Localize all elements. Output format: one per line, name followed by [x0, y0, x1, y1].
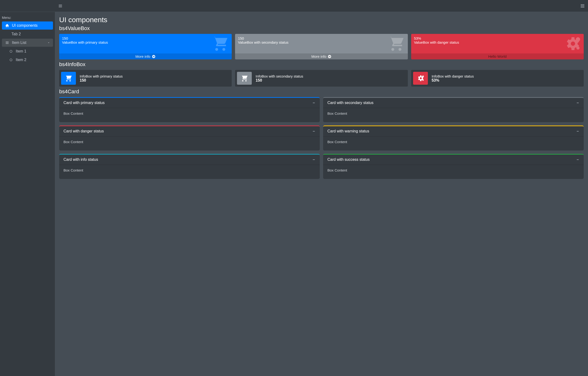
valuebox-danger: 53% ValueBox with danger status Hello Wo… [411, 34, 584, 59]
sidebar-item-ui-components[interactable]: UI components [2, 21, 53, 30]
card-primary: Card with primary status Box Content [59, 97, 320, 122]
infobox-value: 150 [80, 78, 123, 83]
svg-rect-19 [313, 159, 315, 160]
card-body: Box Content [59, 136, 320, 151]
svg-rect-3 [582, 4, 583, 5]
minus-icon [312, 101, 315, 104]
sidebar-item-item-list[interactable]: Item List [2, 39, 53, 47]
valuebox-footer-link[interactable]: Hello World [411, 53, 584, 59]
card-title: Card with info status [63, 157, 98, 162]
minus-icon [576, 158, 579, 161]
infobox-title: InfoBox with danger status [432, 74, 474, 78]
svg-rect-4 [583, 4, 584, 5]
card-warning: Card with warning status Box Content [323, 125, 584, 151]
valuebox-secondary: 150 ValueBox with secondary status More … [235, 34, 408, 59]
valuebox-footer-link[interactable]: More info [235, 53, 408, 59]
collapse-button[interactable] [576, 158, 579, 161]
arrow-right-circle-icon [152, 55, 156, 58]
home-icon [5, 23, 10, 28]
bars-icon [5, 41, 10, 45]
svg-rect-18 [577, 131, 579, 131]
circle-icon [9, 58, 13, 62]
sidebar-item-label: Item 2 [16, 58, 26, 62]
card-danger: Card with danger status Box Content [59, 125, 320, 151]
svg-point-12 [576, 46, 579, 49]
sidebar-item-label: UI components [12, 23, 38, 28]
minus-icon [576, 101, 579, 104]
grid-apps-button[interactable] [580, 4, 585, 8]
svg-rect-2 [581, 4, 582, 5]
svg-point-0 [10, 50, 12, 52]
page-title: UI components [59, 16, 584, 24]
valuebox-footer-label: More info [135, 54, 150, 58]
svg-rect-6 [582, 5, 583, 6]
chevron-down-icon [47, 41, 50, 44]
valuebox-subtitle: ValueBox with secondary status [238, 40, 405, 44]
sidebar-item-label: Tab 2 [11, 32, 21, 36]
collapse-button[interactable] [312, 158, 315, 161]
arrow-right-circle-icon [328, 55, 331, 58]
card-body: Box Content [323, 108, 584, 122]
cart-icon [61, 72, 76, 85]
collapse-button[interactable] [312, 130, 315, 133]
collapse-button[interactable] [312, 101, 315, 104]
infobox-danger: InfoBox with danger status 53% [411, 70, 584, 87]
svg-rect-9 [582, 7, 583, 7]
svg-rect-20 [577, 159, 579, 160]
valuebox-footer-label: Hello World [488, 54, 507, 58]
svg-point-1 [10, 59, 12, 61]
svg-rect-8 [581, 7, 582, 7]
section-title-valuebox: bs4ValueBox [59, 25, 584, 31]
svg-rect-10 [583, 7, 584, 7]
svg-rect-17 [313, 131, 315, 131]
card-title: Card with secondary status [327, 101, 373, 105]
section-title-infobox: bs4InfoBox [59, 61, 584, 68]
card-success: Card with success status Box Content [323, 154, 584, 179]
infobox-title: InfoBox with secondary status [256, 74, 303, 78]
svg-point-14 [422, 79, 424, 81]
cart-icon [212, 35, 229, 52]
valuebox-value: 53% [414, 36, 581, 40]
collapse-button[interactable] [576, 101, 579, 104]
minus-icon [312, 158, 315, 161]
sidebar-item-label: Item List [12, 41, 26, 45]
sidebar-brand-gap [0, 0, 55, 12]
sidebar-item-item1[interactable]: Item 1 [2, 47, 53, 55]
sidebar-item-item2[interactable]: Item 2 [2, 56, 53, 64]
card-title: Card with success status [327, 157, 370, 162]
svg-point-13 [422, 76, 424, 77]
valuebox-footer-link[interactable]: More info [59, 53, 232, 59]
svg-rect-16 [577, 103, 579, 103]
svg-rect-15 [313, 103, 315, 103]
sidebar-toggle-button[interactable] [58, 4, 63, 8]
valuebox-value: 150 [238, 36, 405, 40]
card-body: Box Content [59, 108, 320, 122]
infobox-value: 150 [256, 78, 303, 83]
svg-rect-7 [583, 5, 584, 6]
main: UI components bs4ValueBox 150 ValueBox w… [55, 0, 588, 376]
sidebar-menu-label: Menu: [2, 14, 53, 21]
circle-icon [9, 50, 13, 53]
section-title-card: bs4Card [59, 89, 584, 95]
valuebox-value: 150 [62, 36, 229, 40]
card-secondary: Card with secondary status Box Content [323, 97, 584, 122]
cart-icon [388, 35, 405, 52]
valuebox-primary: 150 ValueBox with primary status More in… [59, 34, 232, 59]
collapse-button[interactable] [576, 130, 579, 133]
gears-icon [564, 35, 581, 52]
card-info: Card with info status Box Content [59, 154, 320, 179]
card-body: Box Content [323, 165, 584, 179]
sidebar-item-tab2[interactable]: Tab 2 [2, 30, 53, 38]
topbar [55, 0, 588, 12]
minus-icon [576, 130, 579, 133]
infobox-value: 53% [432, 78, 474, 83]
svg-point-11 [576, 37, 580, 42]
infobox-secondary: InfoBox with secondary status 150 [235, 70, 408, 87]
gears-icon [413, 72, 428, 85]
card-body: Box Content [323, 136, 584, 151]
infobox-primary: InfoBox with primary status 150 [59, 70, 232, 87]
content: UI components bs4ValueBox 150 ValueBox w… [55, 12, 588, 376]
svg-rect-5 [581, 5, 582, 6]
card-title: Card with warning status [327, 129, 369, 133]
sidebar: Menu: UI components Tab 2 Item List Item… [0, 0, 55, 376]
